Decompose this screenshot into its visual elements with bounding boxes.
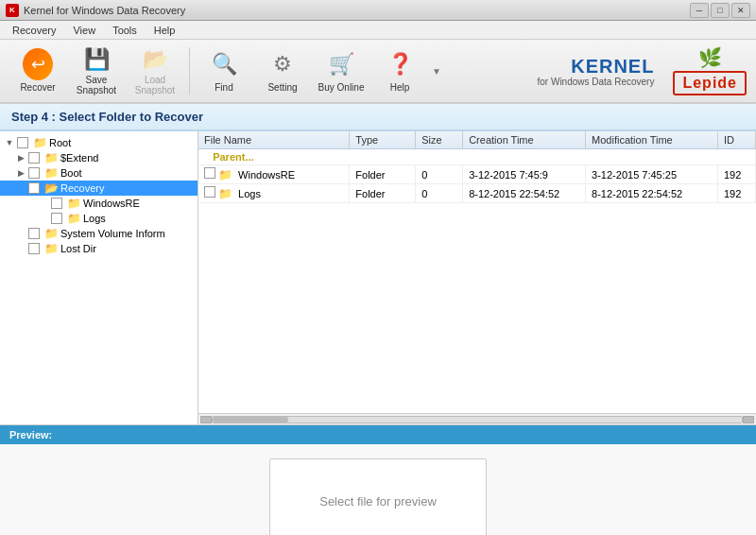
minimize-button[interactable]: ─	[690, 3, 709, 18]
file-panel: File Name Type Size Creation Time Modifi…	[198, 131, 756, 424]
file-name-cell: 📁 WindowsRE	[198, 165, 350, 184]
file-id-cell: 192	[717, 184, 755, 203]
row-checkbox[interactable]	[204, 186, 215, 198]
folder-icon-sysvolume: 📁	[43, 227, 59, 240]
file-size-cell: 0	[416, 165, 463, 184]
tree-label-boot: Boot	[60, 167, 194, 179]
menu-help[interactable]: Help	[146, 23, 183, 38]
tree-checkbox-recovery[interactable]	[28, 182, 40, 194]
table-row[interactable]: 📁 WindowsRE Folder 0 3-12-2015 7:45:9 3-…	[198, 165, 756, 184]
tree-toggle-recovery[interactable]	[15, 182, 26, 194]
tree-item-sysvolume[interactable]: 📁 System Volume Inform	[0, 226, 198, 241]
tree-label-lostdir: Lost Dir	[60, 243, 194, 254]
folder-icon-root: 📁	[32, 136, 47, 149]
find-button[interactable]: 🔍 Find	[196, 43, 252, 98]
scroll-left-btn[interactable]	[200, 416, 212, 423]
preview-header: Preview:	[0, 425, 756, 444]
tree-item-root[interactable]: ▼ 📁 Root	[0, 135, 198, 150]
find-label: Find	[215, 82, 232, 93]
col-filename[interactable]: File Name	[198, 131, 350, 149]
help-icon: ❓	[385, 49, 415, 79]
tree-toggle-extend[interactable]: ▶	[15, 152, 26, 164]
tree-item-boot[interactable]: ▶ 📁 Boot	[0, 165, 198, 181]
brand-area: KERNEL for Windows Data Recovery 🌿 Lepid…	[443, 46, 747, 95]
tree-label-root: Root	[49, 137, 194, 148]
step-header: Step 4 : Select Folder to Recover	[0, 104, 756, 131]
tree-item-logs[interactable]: 📁 Logs	[0, 211, 198, 226]
menu-tools[interactable]: Tools	[105, 23, 145, 38]
menu-bar: Recovery View Tools Help	[0, 21, 756, 40]
col-modification[interactable]: Modification Time	[586, 131, 718, 149]
close-button[interactable]: ✕	[731, 3, 750, 18]
file-type-cell: Folder	[350, 165, 416, 184]
buy-online-icon: 🛒	[326, 49, 356, 79]
preview-box: Select file for preview	[269, 458, 487, 535]
setting-icon: ⚙	[267, 49, 298, 79]
tree-item-extend[interactable]: ▶ 📁 $Extend	[0, 150, 198, 165]
folder-icon-boot: 📁	[43, 166, 59, 180]
tree-panel[interactable]: ▼ 📁 Root ▶ 📁 $Extend ▶ 📁 Boot 📂 Recovery	[0, 131, 198, 424]
tree-checkbox-extend[interactable]	[28, 152, 40, 164]
recover-toolbar-button[interactable]: ↩ Recover	[9, 43, 66, 98]
tree-checkbox-boot[interactable]	[28, 167, 40, 179]
tree-toggle-sysvolume[interactable]	[15, 228, 26, 239]
save-snapshot-icon: 💾	[81, 47, 112, 72]
file-type-cell: Folder	[350, 184, 416, 203]
save-snapshot-button[interactable]: 💾 Save Snapshot	[68, 43, 125, 98]
tree-toggle-root[interactable]: ▼	[4, 137, 15, 148]
tree-checkbox-lostdir[interactable]	[28, 243, 40, 254]
lepide-logo-area: 🌿 Lepide	[673, 46, 747, 95]
tree-item-lostdir[interactable]: 📁 Lost Dir	[0, 241, 198, 256]
app-icon: K	[6, 4, 19, 17]
file-creation-cell: 3-12-2015 7:45:9	[463, 165, 586, 184]
tree-label-logs: Logs	[83, 213, 194, 224]
setting-button[interactable]: ⚙ Setting	[254, 43, 311, 98]
tree-toggle-windowsre[interactable]	[38, 198, 49, 209]
tree-toggle-lostdir[interactable]	[15, 243, 26, 254]
folder-icon-logs: 📁	[66, 212, 81, 225]
menu-view[interactable]: View	[65, 23, 103, 38]
setting-label: Setting	[267, 82, 297, 93]
title-bar: K Kernel for Windows Data Recovery ─ □ ✕	[0, 0, 756, 21]
scroll-right-btn[interactable]	[743, 416, 754, 423]
find-icon: 🔍	[209, 49, 239, 79]
preview-header-text: Preview:	[9, 429, 52, 440]
preview-content: Select file for preview	[0, 444, 756, 535]
folder-icon-extend: 📁	[43, 151, 59, 164]
file-creation-cell: 8-12-2015 22:54:52	[463, 184, 586, 203]
col-size[interactable]: Size	[416, 131, 463, 149]
tree-checkbox-windowsre[interactable]	[51, 198, 62, 209]
window-controls: ─ □ ✕	[690, 3, 750, 18]
load-snapshot-button[interactable]: 📂 Load Snapshot	[127, 43, 183, 98]
save-snapshot-label: Save Snapshot	[71, 75, 122, 95]
menu-recovery[interactable]: Recovery	[5, 23, 63, 38]
tree-label-sysvolume: System Volume Inform	[60, 228, 194, 239]
toolbar-dropdown-arrow[interactable]: ▼	[432, 66, 441, 77]
tree-toggle-boot[interactable]: ▶	[15, 167, 26, 179]
tree-item-recovery[interactable]: 📂 Recovery	[0, 181, 198, 196]
help-button[interactable]: ❓ Help	[371, 43, 428, 98]
horizontal-scrollbar[interactable]	[198, 413, 756, 424]
tree-item-windowsre[interactable]: 📁 WindowsRE	[0, 196, 198, 211]
tree-checkbox-logs[interactable]	[51, 213, 62, 224]
lepide-logo: Lepide	[673, 71, 747, 95]
brand-section: KERNEL for Windows Data Recovery	[538, 56, 655, 87]
buy-online-button[interactable]: 🛒 Buy Online	[313, 43, 369, 98]
load-snapshot-icon: 📂	[140, 47, 170, 72]
tree-checkbox-sysvolume[interactable]	[28, 228, 40, 239]
col-type[interactable]: Type	[350, 131, 416, 149]
tree-checkbox-root[interactable]	[17, 137, 28, 148]
table-row[interactable]: 📁 Logs Folder 0 8-12-2015 22:54:52 8-12-…	[198, 184, 756, 203]
tree-toggle-logs[interactable]	[38, 213, 49, 224]
row-checkbox[interactable]	[204, 167, 215, 179]
file-modification-cell: 3-12-2015 7:45:25	[586, 165, 718, 184]
file-folder-icon: 📁	[218, 168, 232, 181]
file-id-cell: 192	[717, 165, 755, 184]
table-row[interactable]: Parent...	[198, 149, 756, 165]
file-table[interactable]: File Name Type Size Creation Time Modifi…	[198, 131, 756, 413]
scroll-track[interactable]	[212, 416, 743, 423]
folder-icon-lostdir: 📁	[43, 242, 59, 255]
col-creation[interactable]: Creation Time	[463, 131, 586, 149]
col-id[interactable]: ID	[717, 131, 755, 149]
maximize-button[interactable]: □	[711, 3, 730, 18]
